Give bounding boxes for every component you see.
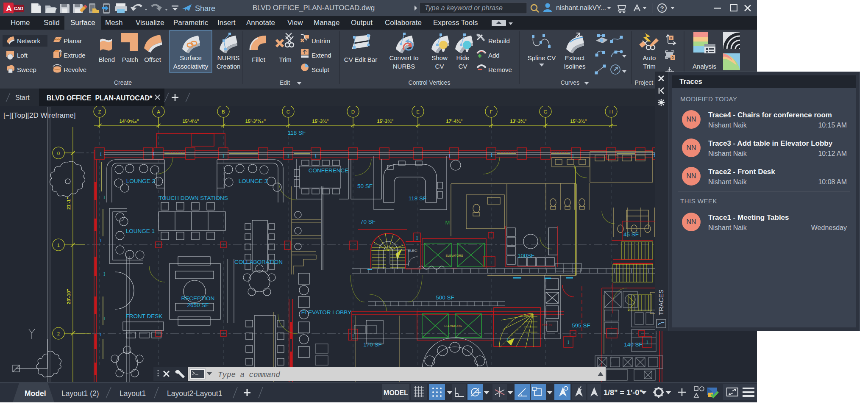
svg-text:FRONT DESK: FRONT DESK <box>126 313 163 319</box>
svg-text:500 SF: 500 SF <box>436 294 454 301</box>
svg-text:I: I <box>103 271 105 277</box>
svg-text:H: H <box>609 109 613 114</box>
svg-text:20'-10": 20'-10" <box>66 289 71 304</box>
svg-text:ELEVATOR LOBBY: ELEVATOR LOBBY <box>301 309 352 316</box>
svg-text:Add: Add <box>488 52 500 59</box>
svg-text:50 SF: 50 SF <box>357 183 373 189</box>
svg-text:15'-3¾": 15'-3¾" <box>312 119 328 124</box>
svg-text:Control Vertices: Control Vertices <box>409 79 451 86</box>
svg-text:CV: CV <box>459 63 467 70</box>
svg-text:C: C <box>287 109 290 114</box>
svg-text:TOUCH DOWN STATIONS: TOUCH DOWN STATIONS <box>159 195 228 201</box>
svg-text:100SF: 100SF <box>517 252 534 259</box>
svg-text:ELEVATORS: ELEVATORS <box>446 254 463 257</box>
svg-text:Loft: Loft <box>17 52 28 59</box>
svg-text:I: I <box>103 316 105 321</box>
svg-text:Isolines: Isolines <box>564 63 586 70</box>
svg-text:Planar: Planar <box>64 37 82 44</box>
svg-text:1/8" = 1'-0": 1/8" = 1'-0" <box>604 388 643 397</box>
svg-text:Untrim: Untrim <box>312 37 330 44</box>
svg-text:15'-3¹³⁄₁₆": 15'-3¹³⁄₁₆" <box>245 119 266 124</box>
svg-text:Extend: Extend <box>312 52 331 59</box>
svg-text:I: I <box>315 153 317 159</box>
svg-text:13'-3⅜": 13'-3⅜" <box>510 119 526 124</box>
svg-text:1: 1 <box>57 243 60 248</box>
svg-text:Layout1 (2): Layout1 (2) <box>61 389 99 398</box>
svg-text:Trim: Trim <box>643 63 655 70</box>
svg-text:Sculpt: Sculpt <box>312 66 330 73</box>
svg-text:E: E <box>416 109 420 114</box>
svg-text:G: G <box>544 109 548 114</box>
svg-text:ELEC: ELEC <box>408 249 417 252</box>
svg-text:17'-4⅛": 17'-4⅛" <box>446 119 462 124</box>
svg-text:Layout1: Layout1 <box>120 389 146 398</box>
svg-text:Analysis: Analysis <box>693 63 716 70</box>
svg-text:140 SF: 140 SF <box>624 341 643 348</box>
svg-text:I: I <box>100 332 102 338</box>
svg-text:A: A <box>157 109 160 114</box>
svg-text:2650 SF: 2650 SF <box>187 302 209 308</box>
svg-text:21'-1": 21'-1" <box>66 197 71 210</box>
svg-text:B: B <box>222 109 225 114</box>
svg-text:Model: Model <box>25 389 46 398</box>
svg-text:Edit: Edit <box>280 79 290 86</box>
svg-text:Auto: Auto <box>643 54 656 61</box>
svg-text:CAD: CAD <box>14 6 23 11</box>
svg-text:I: I <box>646 339 648 345</box>
svg-text:I: I <box>416 235 418 241</box>
svg-text:Revolve: Revolve <box>64 66 86 73</box>
svg-text:2: 2 <box>57 331 60 336</box>
svg-text:I: I <box>572 153 574 159</box>
svg-text:15'-3¾": 15'-3¾" <box>570 119 587 124</box>
svg-text:118 SF: 118 SF <box>288 130 306 136</box>
svg-text:I: I <box>568 339 569 345</box>
svg-text:Start: Start <box>15 94 30 101</box>
svg-text:LOUNGE 3: LOUNGE 3 <box>239 178 267 184</box>
svg-text:nishant.naikVY...: nishant.naikVY... <box>556 4 606 11</box>
svg-text:?: ? <box>660 5 664 12</box>
svg-text:Show: Show <box>431 54 448 61</box>
svg-text:I: I <box>153 151 155 157</box>
svg-text:RECEPTION: RECEPTION <box>181 295 215 302</box>
svg-text:F: F <box>490 109 492 114</box>
svg-text:Convert to: Convert to <box>389 54 418 61</box>
svg-text:Rebuild: Rebuild <box>488 37 510 44</box>
svg-text:I: I <box>100 151 102 157</box>
svg-text:Creation: Creation <box>217 63 241 70</box>
svg-text:595 SF: 595 SF <box>572 322 590 329</box>
svg-text:15'-4¼": 15'-4¼" <box>182 119 199 124</box>
svg-text:[−][Top][2D Wireframe]: [−][Top][2D Wireframe] <box>3 111 76 119</box>
svg-text:Offset: Offset <box>144 56 161 63</box>
svg-text:I: I <box>223 153 224 159</box>
svg-text:15'-3¾": 15'-3¾" <box>377 119 393 124</box>
svg-text:Fillet: Fillet <box>252 56 266 63</box>
svg-text:Extract: Extract <box>565 54 585 61</box>
svg-text:CONFERENCE: CONFERENCE <box>309 167 349 174</box>
svg-text:NURBS: NURBS <box>217 54 240 61</box>
svg-text:I: I <box>352 332 354 338</box>
svg-text:Layout2-Layout1: Layout2-Layout1 <box>167 389 222 398</box>
svg-text:Curves: Curves <box>561 79 579 86</box>
svg-text:Patch: Patch <box>122 56 138 63</box>
svg-text:Blend: Blend <box>99 56 115 63</box>
svg-text:Hide: Hide <box>456 54 470 61</box>
svg-text:I: I <box>287 153 289 159</box>
svg-text:Remove: Remove <box>488 66 512 73</box>
svg-text:Type a keyword or phrase: Type a keyword or phrase <box>425 4 503 11</box>
svg-text:LOUNGE 1: LOUNGE 1 <box>126 228 155 234</box>
svg-text:Spline CV: Spline CV <box>528 54 556 61</box>
svg-text:0: 0 <box>57 151 60 156</box>
svg-text:NURBS: NURBS <box>393 63 415 70</box>
svg-text:Trim: Trim <box>279 56 291 63</box>
svg-text:TRACES: TRACES <box>657 289 665 315</box>
svg-text:118 SF: 118 SF <box>409 195 427 202</box>
svg-text:Type a command: Type a command <box>218 371 281 379</box>
svg-text:LOUNGE 2: LOUNGE 2 <box>126 178 155 184</box>
svg-text:I: I <box>100 238 102 244</box>
svg-text:CV Edit Bar: CV Edit Bar <box>344 56 377 63</box>
svg-text:I: I <box>491 152 492 158</box>
svg-text:0: 0 <box>671 55 673 60</box>
svg-text:I: I <box>449 153 451 159</box>
svg-text:Extrude: Extrude <box>64 52 86 59</box>
svg-text:14'-0⁶⁄₁₆": 14'-0⁶⁄₁₆" <box>120 119 139 124</box>
